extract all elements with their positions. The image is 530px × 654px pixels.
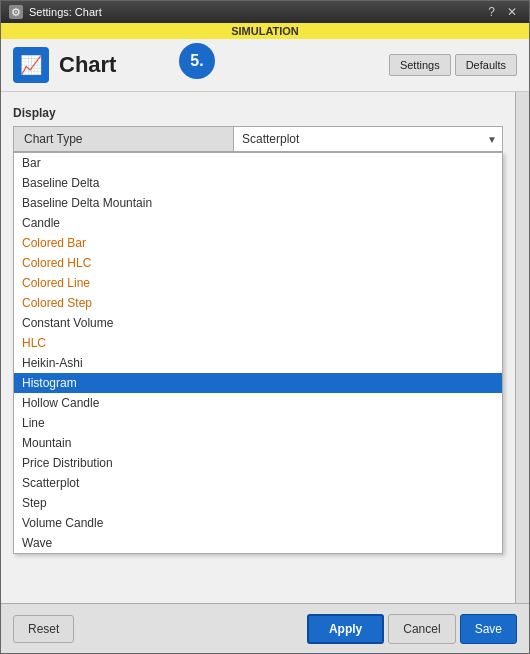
settings-window: ⚙ Settings: Chart ? ✕ SIMULATION 📈 Chart…: [0, 0, 530, 654]
chart-type-label: Chart Type: [13, 126, 233, 152]
content-area: Display Chart Type Scatterplot ▼ Bar Bas…: [1, 92, 529, 603]
footer: Reset Apply Cancel Save: [1, 603, 529, 653]
settings-button[interactable]: Settings: [389, 54, 451, 76]
defaults-button[interactable]: Defaults: [455, 54, 517, 76]
reset-button[interactable]: Reset: [13, 615, 74, 643]
window-title: Settings: Chart: [29, 6, 102, 18]
title-bar-controls: ? ✕: [484, 5, 521, 19]
dropdown-item-hlc[interactable]: HLC: [14, 333, 502, 353]
header-left: 📈 Chart: [13, 47, 116, 83]
callout-5: 5.: [179, 43, 215, 79]
dropdown-item-volume-candle[interactable]: Volume Candle: [14, 513, 502, 533]
help-button[interactable]: ?: [484, 5, 499, 19]
display-section: Display Chart Type Scatterplot ▼ Bar Bas…: [13, 106, 503, 212]
scrollbar[interactable]: [515, 92, 529, 603]
dropdown-item-mountain[interactable]: Mountain: [14, 433, 502, 453]
chart-type-select-container: Scatterplot ▼ Bar Baseline Delta Baselin…: [233, 126, 503, 152]
dropdown-item-colored-step[interactable]: Colored Step: [14, 293, 502, 313]
dropdown-item-baseline-delta-mountain[interactable]: Baseline Delta Mountain: [14, 193, 502, 213]
chart-logo-icon: 📈: [13, 47, 49, 83]
chart-type-dropdown: Bar Baseline Delta Baseline Delta Mounta…: [13, 152, 503, 554]
display-label: Display: [13, 106, 503, 120]
dropdown-item-colored-line[interactable]: Colored Line: [14, 273, 502, 293]
dropdown-item-step[interactable]: Step: [14, 493, 502, 513]
dropdown-item-colored-bar[interactable]: Colored Bar: [14, 233, 502, 253]
header-buttons: Settings Defaults: [389, 54, 517, 76]
chart-type-row: Chart Type Scatterplot ▼ Bar Baseline De…: [13, 126, 503, 152]
close-button[interactable]: ✕: [503, 5, 521, 19]
dropdown-item-scatterplot[interactable]: Scatterplot: [14, 473, 502, 493]
simulation-bar: SIMULATION: [1, 23, 529, 39]
dropdown-item-heikin-ashi[interactable]: Heikin-Ashi: [14, 353, 502, 373]
title-bar: ⚙ Settings: Chart ? ✕: [1, 1, 529, 23]
dropdown-item-hollow-candle[interactable]: Hollow Candle: [14, 393, 502, 413]
main-panel: Display Chart Type Scatterplot ▼ Bar Bas…: [1, 92, 515, 603]
page-title: Chart: [59, 52, 116, 78]
footer-left: Reset: [13, 615, 74, 643]
dropdown-item-bar[interactable]: Bar: [14, 153, 502, 173]
badge-5: 5.: [179, 43, 215, 79]
dropdown-item-wave[interactable]: Wave: [14, 533, 502, 553]
dropdown-item-colored-hlc[interactable]: Colored HLC: [14, 253, 502, 273]
footer-right: Apply Cancel Save: [307, 614, 517, 644]
dropdown-item-line[interactable]: Line: [14, 413, 502, 433]
dropdown-item-histogram[interactable]: Histogram: [14, 373, 502, 393]
apply-button[interactable]: Apply: [307, 614, 384, 644]
save-button[interactable]: Save: [460, 614, 517, 644]
chart-type-select[interactable]: Scatterplot: [233, 126, 503, 152]
dropdown-item-candle[interactable]: Candle: [14, 213, 502, 233]
cancel-button[interactable]: Cancel: [388, 614, 455, 644]
settings-icon: ⚙: [9, 5, 23, 19]
header: 📈 Chart 5. Settings Defaults: [1, 39, 529, 92]
dropdown-item-constant-volume[interactable]: Constant Volume: [14, 313, 502, 333]
title-bar-left: ⚙ Settings: Chart: [9, 5, 102, 19]
dropdown-item-price-distribution[interactable]: Price Distribution: [14, 453, 502, 473]
dropdown-item-baseline-delta[interactable]: Baseline Delta: [14, 173, 502, 193]
